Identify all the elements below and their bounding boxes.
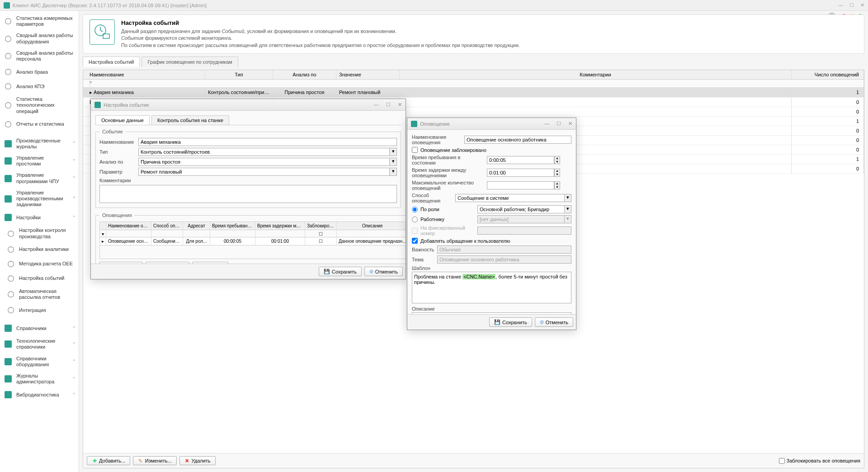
grid-header: Наименование Тип Анализ по Значение Комм… — [83, 70, 864, 80]
sidebar-item-label: Управление простоями — [16, 155, 69, 167]
inner-grid-row[interactable]: ▸ Оповещение основ... Сообщение в ... Дл… — [99, 237, 406, 245]
sidebar-item[interactable]: Управление программами ЧПУ˅ — [0, 170, 79, 187]
dialog2-min-icon[interactable]: — — [544, 121, 549, 127]
sidebar-item[interactable]: Статистика технологических операций — [0, 94, 79, 117]
svg-rect-7 — [5, 140, 12, 147]
event-name-input[interactable] — [138, 138, 397, 146]
chevron-down-icon: ▾ — [565, 215, 571, 223]
spinner-icon[interactable]: ▲▼ — [554, 169, 560, 177]
chevron-icon: ˅ — [73, 342, 75, 347]
chevron-down-icon[interactable]: ▾ — [565, 205, 571, 213]
sidebar-item[interactable]: Справочники оборудования˅ — [0, 353, 79, 370]
sidebar-item[interactable]: Сводный анализ работы персонала — [0, 47, 79, 65]
dialog1-titlebar[interactable]: Настройка события —☐✕ — [91, 99, 406, 111]
event-anal-select[interactable] — [138, 158, 390, 166]
sidebar-item[interactable]: Вибродиагностика˅ — [0, 387, 79, 402]
sidebar-item[interactable]: Интеграция — [0, 303, 79, 317]
maximize-icon[interactable]: ☐ — [849, 2, 854, 8]
chevron-icon: ˅ — [73, 392, 75, 397]
dialog1-max-icon[interactable]: ☐ — [386, 102, 391, 108]
chevron-down-icon[interactable]: ▾ — [565, 194, 571, 202]
sidebar-item[interactable]: Отчеты и статистика — [0, 117, 79, 132]
template-input[interactable]: Проблема на станке <CNC.Name>, более 5-т… — [412, 272, 571, 303]
minimize-icon[interactable]: — — [838, 2, 843, 8]
dialog2-cancel-button[interactable]: ⊘Отменить — [535, 317, 573, 327]
notif-name-input[interactable] — [464, 136, 571, 144]
sidebar-item[interactable]: Настройка событий — [0, 271, 79, 286]
sidebar-item-label: Справочники — [16, 326, 47, 331]
close-icon[interactable]: ✕ — [860, 2, 864, 8]
sidebar-item[interactable]: Анализ КПЭ — [0, 79, 79, 94]
table-row[interactable]: ▸ Авария механикаКонтроль состояния/прич… — [83, 88, 864, 98]
sidebar-item[interactable]: Сводный анализ работы оборудования — [0, 30, 79, 47]
chevron-icon: ˅ — [73, 196, 75, 201]
dialog1-tab-control[interactable]: Контроль события на станке — [151, 115, 229, 125]
dialog1-tab-main[interactable]: Основные данные — [95, 115, 150, 125]
sidebar-item[interactable]: Справочники˅ — [0, 321, 79, 335]
chevron-down-icon[interactable]: ▾ — [390, 168, 397, 176]
spinner-icon[interactable]: ▲▼ — [554, 156, 560, 164]
role-select[interactable] — [477, 205, 565, 213]
dialog1-cancel-button[interactable]: ⊘Отменить — [364, 267, 403, 276]
by-role-radio[interactable] — [412, 207, 418, 212]
stay-time-input[interactable] — [487, 156, 554, 164]
event-param-select[interactable] — [138, 168, 390, 176]
svg-rect-19 — [5, 340, 12, 348]
block-all-checkbox[interactable]: Заблокировать все оповещения — [779, 458, 861, 464]
dialog2-close-icon[interactable]: ✕ — [568, 121, 572, 127]
sidebar-item[interactable]: Настройки˄ — [0, 210, 79, 225]
grid-filter-row[interactable]: ▾ — [83, 80, 864, 88]
sidebar-item[interactable]: Управление производственными заданиями˅ — [0, 187, 79, 211]
by-worker-radio[interactable] — [412, 217, 418, 222]
sidebar-item[interactable]: Анализ брака — [0, 65, 79, 79]
sidebar-item-label: Методика расчета OEE — [19, 261, 73, 267]
sidebar-item[interactable]: Настройки контроля производства — [0, 225, 79, 242]
sidebar-item-label: Настройки аналитики — [19, 246, 69, 252]
add-address-checkbox[interactable] — [412, 238, 418, 244]
delete-button[interactable]: ✖Удалить — [179, 456, 216, 465]
sidebar-item[interactable]: Настройки аналитики — [0, 242, 79, 257]
dialog1-min-icon[interactable]: — — [374, 102, 379, 108]
tab-event-config[interactable]: Настройка событий — [83, 57, 140, 67]
dialog2-save-button[interactable]: 💾Сохранить — [489, 317, 532, 327]
svg-point-12 — [8, 231, 14, 236]
tab-schedule[interactable]: График оповещения по сотрудникам — [142, 57, 238, 67]
sidebar-item-label: Интеграция — [19, 307, 46, 313]
dialog1-save-button[interactable]: 💾Сохранить — [319, 267, 362, 276]
edit-button[interactable]: ✎Изменить... — [133, 456, 177, 465]
inner-filter-row[interactable]: ▾☐ — [99, 230, 406, 237]
subject-input — [437, 255, 571, 264]
sidebar-item[interactable]: Статистика измеряемых параметров — [0, 13, 79, 30]
notif-blocked-checkbox[interactable] — [412, 147, 418, 153]
max-count-input[interactable] — [487, 181, 554, 189]
sidebar-item[interactable]: Производственные журналы˅ — [0, 135, 79, 152]
svg-point-13 — [8, 246, 14, 252]
worker-select — [477, 215, 565, 223]
sidebar-item-label: Статистика измеряемых параметров — [16, 15, 75, 27]
event-fieldset: Событие Наименование Тип▾ Анализ по▾ Пар… — [95, 129, 401, 208]
sidebar-item[interactable]: Управление простоями˅ — [0, 152, 79, 170]
dialog1-close-icon[interactable]: ✕ — [398, 102, 402, 108]
nav-icon — [4, 194, 13, 203]
svg-rect-20 — [5, 358, 12, 365]
svg-point-2 — [5, 53, 11, 59]
dialog2-max-icon[interactable]: ☐ — [557, 121, 561, 127]
sidebar-item[interactable]: Автоматическая рассылка отчетов — [0, 286, 79, 303]
chevron-icon: ˅ — [73, 176, 75, 181]
add-button[interactable]: ✚Добавить... — [87, 456, 130, 465]
event-comment-input[interactable] — [99, 185, 397, 203]
chevron-down-icon[interactable]: ▾ — [390, 148, 397, 156]
svg-rect-18 — [5, 325, 12, 332]
method-select[interactable] — [455, 194, 565, 202]
page-title: Настройка событий — [121, 19, 520, 26]
event-type-select[interactable] — [138, 148, 390, 156]
sidebar-item[interactable]: Технологические справочники˅ — [0, 335, 79, 353]
delay-time-input[interactable] — [487, 169, 554, 177]
chevron-down-icon[interactable]: ▾ — [390, 158, 397, 166]
sidebar-item[interactable]: Методика расчета OEE — [0, 257, 79, 271]
dialog2-titlebar[interactable]: Оповещение —☐✕ — [407, 118, 576, 130]
spinner-icon[interactable]: ▲▼ — [554, 181, 560, 189]
nav-icon — [4, 139, 13, 148]
nav-icon — [4, 213, 13, 222]
sidebar-item[interactable]: Журналы администратора˅ — [0, 370, 79, 387]
